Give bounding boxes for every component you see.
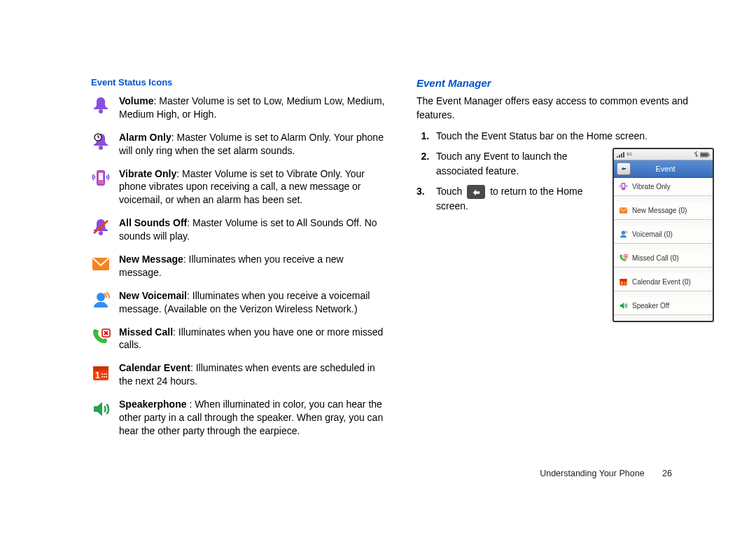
- icon-item: New Message: Illuminates when you receiv…: [91, 253, 388, 279]
- icon-item-text: Alarm Only: Master Volume is set to Alar…: [119, 131, 388, 158]
- steps-list: Touch the Event Status bar on the Home s…: [416, 129, 714, 322]
- speaker-icon: [618, 301, 628, 311]
- message-icon: [91, 254, 111, 274]
- missed-icon: [618, 254, 628, 263]
- footer-page-number: 26: [662, 469, 672, 478]
- phone-header: Event: [614, 160, 713, 178]
- phone-status-bar: 3G: [614, 149, 713, 160]
- phone-list-item[interactable]: Speaker Off: [614, 297, 713, 315]
- phone-list-item[interactable]: Calendar Event (0): [614, 273, 713, 291]
- phone-list-label: Vibrate Only: [632, 181, 671, 192]
- phone-list-label: Speaker Off: [632, 300, 669, 311]
- phone-list-item[interactable]: Vibrate Only: [614, 178, 713, 196]
- icon-item: Speakerphone : When illuminated in color…: [91, 398, 388, 438]
- signal-icon: [617, 152, 625, 158]
- icon-item-text: New Voicemail: Illuminates when you rece…: [119, 289, 388, 316]
- footer-section: Understanding Your Phone: [540, 469, 644, 478]
- left-column: Event Status Icons Volume: Master Volume…: [91, 77, 388, 448]
- return-icon: [467, 185, 485, 199]
- phone-event-list: Vibrate Only New Message (0) Voicemail (…: [614, 178, 713, 315]
- phone-list-label: Missed Call (0): [632, 253, 679, 263]
- event-status-icons-heading: Event Status Icons: [91, 77, 388, 88]
- battery-icon: [700, 152, 710, 158]
- step-1-text: Touch the Event Status bar on the Home s…: [436, 130, 648, 141]
- vibrate-icon: [618, 182, 628, 192]
- message-icon: [618, 206, 628, 216]
- icon-item-text: New Message: Illuminates when you receiv…: [119, 253, 388, 279]
- icon-item-text: Speakerphone : When illuminated in color…: [119, 398, 388, 438]
- vibrate-icon: [91, 169, 111, 188]
- volume-icon: [91, 96, 111, 116]
- step-2-text: Touch any Event to launch the associated…: [436, 149, 603, 179]
- alarm-icon: [91, 132, 111, 152]
- phone-list-item[interactable]: New Message (0): [614, 202, 713, 220]
- phone-list-label: Calendar Event (0): [632, 277, 691, 287]
- step-3: 3. Touch to return to the Home screen.: [416, 184, 603, 214]
- icon-item-text: Volume: Master Volume is set to Low, Med…: [119, 95, 388, 121]
- phone-header-title: Event: [621, 163, 710, 175]
- icon-item-text: Missed Call: Illuminates when you have o…: [119, 326, 388, 352]
- voicemail-icon: [91, 291, 111, 310]
- phone-list-label: New Message (0): [632, 205, 687, 216]
- icon-item: Alarm Only: Master Volume is set to Alar…: [91, 131, 388, 158]
- voicemail-icon: [618, 230, 628, 240]
- calendar-icon: [91, 363, 111, 382]
- event-manager-heading: Event Manager: [416, 77, 714, 89]
- icon-item: Volume: Master Volume is set to Low, Med…: [91, 95, 388, 121]
- phone-list-item[interactable]: Missed Call (0): [614, 249, 713, 268]
- event-manager-intro: The Event Manager offers easy access to …: [416, 95, 714, 122]
- soundsoff-icon: [91, 218, 111, 237]
- phone-mockup: 3G Event: [612, 148, 714, 322]
- right-column: Event Manager The Event Manager offers e…: [416, 77, 714, 448]
- icon-item-text: All Sounds Off: Master Volume is set to …: [119, 216, 388, 243]
- icon-item: New Voicemail: Illuminates when you rece…: [91, 289, 388, 316]
- icon-list: Volume: Master Volume is set to Low, Med…: [91, 95, 388, 438]
- step-3a-text: Touch: [436, 186, 465, 197]
- phone-list-label: Voicemail (0): [632, 229, 673, 240]
- step-2-3-and-phone: Touch any Event to launch the associated…: [432, 149, 714, 322]
- icon-item: Missed Call: Illuminates when you have o…: [91, 326, 388, 352]
- icon-item: All Sounds Off: Master Volume is set to …: [91, 216, 388, 243]
- bluetooth-icon: [694, 151, 699, 158]
- calendar-icon: [618, 277, 628, 287]
- missed-icon: [91, 327, 111, 347]
- speaker-icon: [91, 399, 111, 419]
- phone-list-item[interactable]: Voicemail (0): [614, 226, 713, 244]
- icon-item: Calendar Event: Illuminates when events …: [91, 361, 388, 388]
- icon-item: Vibrate Only: Master Volume is set to Vi…: [91, 167, 388, 207]
- page-footer: Understanding Your Phone 26: [540, 469, 672, 478]
- icon-item-text: Calendar Event: Illuminates when events …: [119, 361, 388, 388]
- icon-item-text: Vibrate Only: Master Volume is set to Vi…: [119, 167, 388, 207]
- step-1: Touch the Event Status bar on the Home s…: [432, 129, 714, 144]
